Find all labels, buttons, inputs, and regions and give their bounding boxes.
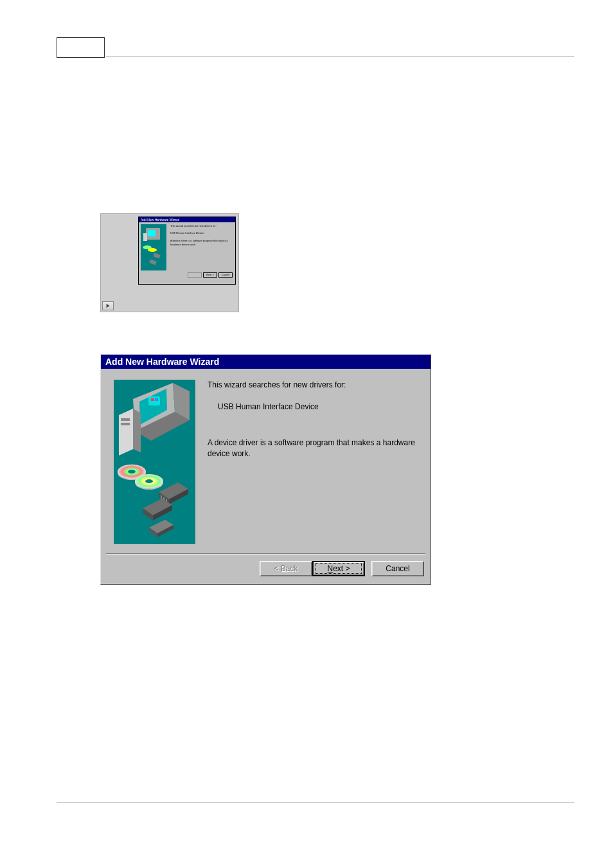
svg-rect-19 xyxy=(121,420,123,420)
thumbnail-titlebar: Add New Hardware Wizard xyxy=(139,217,235,222)
svg-rect-1 xyxy=(148,230,155,236)
thumbnail-preview: Add New Hardware Wizard This wizard sear… xyxy=(100,213,239,312)
thumbnail-dialog: Add New Hardware Wizard This wizard sear… xyxy=(138,217,236,285)
svg-rect-18 xyxy=(121,423,130,425)
next-button[interactable]: Next > xyxy=(312,561,365,576)
footer-rule xyxy=(57,802,574,802)
thumbnail-next-button: Next > xyxy=(203,272,217,278)
svg-rect-6 xyxy=(149,259,156,265)
wizard-titlebar: Add New Hardware Wizard xyxy=(101,355,431,369)
thumbnail-cancel-button: Cancel xyxy=(218,272,233,278)
thumbnail-back-button xyxy=(188,272,202,278)
svg-marker-16 xyxy=(133,409,141,452)
thumbnail-side-graphic xyxy=(141,224,166,270)
wizard-title: Add New Hardware Wizard xyxy=(105,357,219,367)
svg-rect-13 xyxy=(151,398,154,401)
svg-point-4 xyxy=(148,248,157,252)
svg-point-25 xyxy=(145,479,153,483)
svg-point-22 xyxy=(128,470,136,474)
cancel-button[interactable]: Cancel xyxy=(371,561,424,576)
svg-rect-14 xyxy=(155,398,158,401)
back-button: < Back xyxy=(260,561,312,576)
svg-marker-15 xyxy=(119,409,133,456)
wizard-device-name: USB Human Interface Device xyxy=(218,402,418,412)
wizard-intro-text: This wizard searches for new drivers for… xyxy=(208,380,418,390)
add-new-hardware-wizard-dialog: Add New Hardware Wizard xyxy=(100,354,431,585)
thumbnail-text: This wizard searches for new drivers for… xyxy=(168,222,235,272)
wizard-content: This wizard searches for new drivers for… xyxy=(208,380,418,544)
wizard-button-row: < Back Next > Cancel xyxy=(101,554,431,584)
play-icon[interactable] xyxy=(102,301,114,310)
page-number-box xyxy=(57,37,105,58)
header-rule xyxy=(106,57,574,57)
svg-marker-7 xyxy=(107,304,110,308)
svg-rect-2 xyxy=(143,233,147,241)
svg-rect-5 xyxy=(153,252,160,258)
wizard-side-graphic xyxy=(114,380,195,544)
wizard-description: A device driver is a software program th… xyxy=(208,438,418,458)
